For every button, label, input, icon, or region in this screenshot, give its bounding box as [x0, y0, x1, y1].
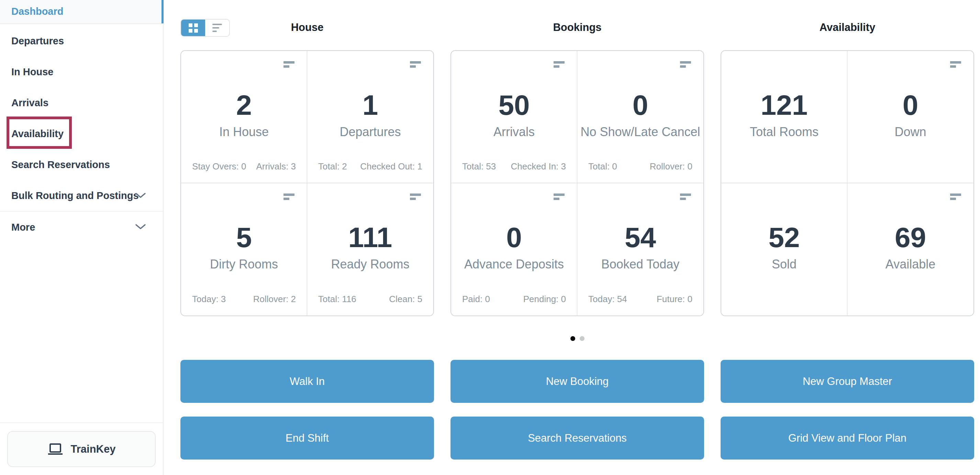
stat-sub-right: Pending: 0	[523, 294, 566, 304]
stat-card-departures[interactable]: 1 Departures Total: 2 Checked Out: 1	[307, 51, 433, 183]
stat-sub-right: Clean: 5	[389, 294, 422, 304]
sidebar-item-label: In House	[11, 66, 53, 77]
view-toggle	[180, 19, 230, 37]
new-group-master-button[interactable]: New Group Master	[721, 360, 974, 403]
stat-sub-left: Stay Overs: 0	[192, 161, 247, 172]
stat-value: 5	[181, 222, 307, 253]
card-menu-icon[interactable]	[680, 61, 691, 68]
pagination-dot-2[interactable]	[580, 336, 584, 341]
stat-sub-left: Paid: 0	[462, 294, 490, 304]
stat-label: Advance Deposits	[451, 257, 577, 272]
card-menu-icon[interactable]	[410, 193, 421, 200]
grid-view-button[interactable]	[181, 19, 205, 36]
stat-card-available[interactable]: 69 Available	[847, 183, 974, 316]
stat-label: Total Rooms	[721, 124, 847, 140]
stat-card-down[interactable]: 0 Down	[847, 51, 974, 183]
stat-label: No Show/Late Cancel	[577, 124, 703, 140]
card-menu-icon[interactable]	[283, 61, 294, 68]
search-reservations-button[interactable]: Search Reservations	[450, 416, 704, 459]
sidebar-item-arrivals[interactable]: Arrivals	[0, 87, 163, 118]
stat-label: Ready Rooms	[307, 257, 433, 272]
trainkey-label: TrainKey	[71, 443, 116, 456]
stat-value: 52	[721, 222, 847, 253]
chevron-down-icon	[135, 193, 146, 199]
stat-card-dirty-rooms[interactable]: 5 Dirty Rooms Today: 3 Rollover: 2	[181, 183, 307, 316]
stat-value: 54	[577, 222, 703, 253]
availability-card-group: 121 Total Rooms 0 Down 52 Sold 69 Availa…	[721, 50, 974, 316]
sidebar-item-search-reservations[interactable]: Search Reservations	[0, 149, 163, 180]
sidebar-item-departures[interactable]: Departures	[0, 26, 163, 56]
header-row: House Bookings Availability	[180, 19, 974, 36]
grid-view-floor-plan-button[interactable]: Grid View and Floor Plan	[721, 416, 974, 459]
stat-sub-right: Rollover: 0	[650, 161, 692, 172]
chevron-down-icon	[135, 224, 146, 230]
stat-value: 2	[181, 90, 307, 121]
action-buttons-row-2: End Shift Search Reservations Grid View …	[180, 416, 974, 459]
stat-card-advance-deposits[interactable]: 0 Advance Deposits Paid: 0 Pending: 0	[451, 183, 577, 316]
stat-card-booked-today[interactable]: 54 Booked Today Today: 54 Future: 0	[577, 183, 703, 316]
stat-card-sold[interactable]: 52 Sold	[721, 183, 847, 316]
sidebar-item-bulk-routing-and-postings[interactable]: Bulk Routing and Postings	[0, 180, 163, 211]
stat-sub-left: Total: 116	[318, 294, 356, 304]
stat-sub-left: Today: 3	[192, 294, 226, 304]
stat-sub-right: Checked Out: 1	[360, 161, 422, 172]
sidebar: Dashboard Departures In House Arrivals A…	[0, 0, 164, 475]
stat-value: 50	[451, 90, 577, 121]
stat-label: Sold	[721, 257, 847, 272]
stat-label: Dirty Rooms	[181, 257, 307, 272]
pagination-dot-1[interactable]	[570, 336, 575, 341]
stat-label: Departures	[307, 124, 433, 140]
stat-card-in-house[interactable]: 2 In House Stay Overs: 0 Arrivals: 3	[181, 51, 307, 183]
card-menu-icon[interactable]	[950, 193, 961, 200]
stat-card-no-show-late-cancel[interactable]: 0 No Show/Late Cancel Total: 0 Rollover:…	[577, 51, 703, 183]
new-booking-button[interactable]: New Booking	[450, 360, 704, 403]
sidebar-item-label: Departures	[11, 35, 64, 46]
column-title-bookings: Bookings	[450, 19, 704, 36]
walk-in-button[interactable]: Walk In	[180, 360, 434, 403]
sidebar-item-label: Dashboard	[11, 6, 63, 17]
sidebar-item-label: Availability	[11, 128, 64, 139]
list-view-button[interactable]	[205, 19, 229, 36]
stat-sub-left: Total: 0	[588, 161, 617, 172]
stat-value: 121	[721, 90, 847, 121]
stat-sub-left: Total: 2	[318, 161, 347, 172]
stat-value: 69	[847, 222, 974, 253]
end-shift-button[interactable]: End Shift	[180, 416, 434, 459]
stat-sub-right: Checked In: 3	[511, 161, 566, 172]
laptop-icon	[48, 443, 63, 455]
stat-value: 0	[577, 90, 703, 121]
stat-card-total-rooms[interactable]: 121 Total Rooms	[721, 51, 847, 183]
sidebar-item-label: More	[11, 222, 35, 233]
card-menu-icon[interactable]	[554, 61, 565, 68]
trainkey-button[interactable]: TrainKey	[7, 431, 156, 467]
sidebar-item-dashboard[interactable]: Dashboard	[0, 0, 163, 24]
card-menu-icon[interactable]	[410, 61, 421, 68]
sidebar-item-more[interactable]: More	[0, 211, 163, 242]
sidebar-item-label: Bulk Routing and Postings	[11, 190, 139, 201]
card-menu-icon[interactable]	[680, 193, 691, 200]
action-buttons-row-1: Walk In New Booking New Group Master	[180, 360, 974, 403]
stat-card-arrivals[interactable]: 50 Arrivals Total: 53 Checked In: 3	[451, 51, 577, 183]
stat-value: 111	[307, 222, 433, 253]
card-menu-icon[interactable]	[283, 193, 294, 200]
stat-sub-left: Total: 53	[462, 161, 496, 172]
stat-sub-right: Future: 0	[657, 294, 692, 304]
stat-sub-right: Rollover: 2	[253, 294, 296, 304]
carousel-pagination	[180, 336, 974, 341]
card-menu-icon[interactable]	[950, 61, 961, 68]
stat-sub-right: Arrivals: 3	[256, 161, 296, 172]
card-menu-icon[interactable]	[554, 193, 565, 200]
sidebar-item-label: Arrivals	[11, 97, 48, 108]
bookings-card-group: 50 Arrivals Total: 53 Checked In: 3 0 No…	[450, 50, 704, 316]
column-title-availability: Availability	[721, 19, 974, 36]
sidebar-item-in-house[interactable]: In House	[0, 56, 163, 87]
active-indicator-bar	[162, 0, 164, 23]
stat-card-ready-rooms[interactable]: 111 Ready Rooms Total: 116 Clean: 5	[307, 183, 433, 316]
card-groups-row: 2 In House Stay Overs: 0 Arrivals: 3 1 D…	[180, 50, 974, 316]
sidebar-item-label: Search Reservations	[11, 159, 110, 170]
stat-label: Arrivals	[451, 124, 577, 140]
stat-label: In House	[181, 124, 307, 140]
stat-label: Down	[847, 124, 974, 140]
sidebar-item-availability[interactable]: Availability	[0, 118, 163, 149]
grid-view-icon	[189, 23, 198, 33]
